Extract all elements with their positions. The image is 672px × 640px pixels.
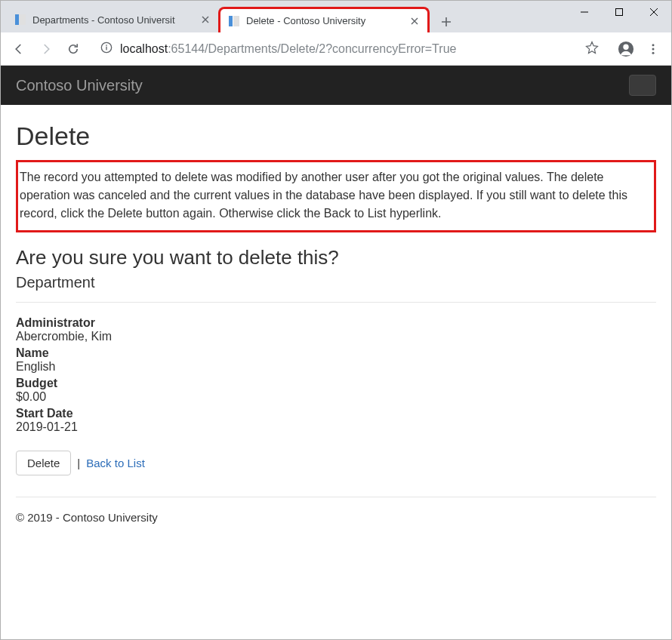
url-text: localhost:65144/Departments/Delete/2?con… [120, 42, 578, 56]
title-bar: Departments - Contoso Universit Delete -… [1, 1, 671, 32]
reload-button[interactable] [61, 37, 85, 61]
kebab-menu-icon[interactable] [641, 37, 665, 61]
back-to-list-link[interactable]: Back to List [86, 457, 145, 469]
field-label-administrator: Administrator [16, 316, 656, 330]
divider [16, 302, 656, 303]
svg-rect-7 [106, 46, 106, 50]
field-value-administrator: Abercrombie, Kim [16, 330, 656, 343]
details-list: Administrator Abercrombie, Kim Name Engl… [16, 316, 656, 434]
field-value-startdate: 2019-01-21 [16, 420, 656, 434]
back-button[interactable] [7, 37, 31, 61]
close-icon[interactable] [409, 16, 420, 26]
hamburger-icon[interactable] [629, 75, 656, 96]
error-message: The record you attempted to delete was m… [20, 168, 649, 223]
delete-button[interactable]: Delete [16, 451, 71, 475]
window-controls [567, 1, 671, 25]
browser-toolbar: localhost:65144/Departments/Delete/2?con… [1, 32, 671, 66]
footer-text: © 2019 - Contoso University [16, 511, 656, 524]
maximize-button[interactable] [602, 1, 637, 23]
tab-strip: Departments - Contoso Universit Delete -… [1, 1, 457, 32]
field-value-budget: $0.00 [16, 390, 656, 404]
confirm-heading: Are you sure you want to delete this? [16, 246, 656, 269]
entity-name: Department [16, 274, 656, 291]
site-navbar: Contoso University [1, 66, 671, 105]
star-icon[interactable] [585, 41, 599, 57]
close-icon[interactable] [200, 14, 211, 25]
page-viewport: Contoso University Delete The record you… [1, 66, 671, 639]
svg-rect-0 [15, 14, 19, 25]
separator-pipe: | [77, 457, 80, 469]
address-bar[interactable]: localhost:65144/Departments/Delete/2?con… [93, 38, 606, 60]
svg-point-6 [106, 45, 107, 46]
divider [16, 497, 656, 497]
close-window-button[interactable] [637, 1, 671, 23]
page-container: Delete The record you attempted to delet… [1, 105, 671, 539]
page-favicon-icon [228, 15, 240, 27]
brand-title[interactable]: Contoso University [16, 77, 143, 94]
concurrency-error-alert: The record you attempted to delete was m… [16, 160, 656, 232]
svg-point-10 [652, 44, 655, 46]
field-label-startdate: Start Date [16, 407, 656, 420]
field-value-name: English [16, 360, 656, 374]
svg-point-12 [652, 51, 655, 54]
svg-rect-3 [233, 16, 239, 26]
profile-icon[interactable] [614, 37, 638, 61]
browser-window: Departments - Contoso Universit Delete -… [0, 0, 672, 640]
svg-point-11 [652, 48, 655, 50]
svg-rect-4 [616, 9, 623, 16]
page-heading: Delete [16, 122, 656, 151]
field-label-budget: Budget [16, 377, 656, 390]
tab-title: Delete - Contoso University [246, 15, 403, 26]
minimize-button[interactable] [567, 1, 602, 23]
forward-button[interactable] [34, 37, 58, 61]
svg-rect-2 [229, 16, 233, 26]
tab-title: Departments - Contoso Universit [32, 14, 194, 26]
form-actions: Delete | Back to List [16, 451, 656, 475]
svg-point-9 [623, 44, 628, 49]
tab-delete-active[interactable]: Delete - Contoso University [218, 7, 430, 32]
tab-departments[interactable]: Departments - Contoso Universit [7, 7, 218, 32]
field-label-name: Name [16, 346, 656, 360]
page-favicon-icon [14, 14, 26, 26]
svg-rect-1 [20, 14, 26, 25]
new-tab-button[interactable] [436, 11, 457, 32]
site-info-icon[interactable] [100, 42, 113, 57]
